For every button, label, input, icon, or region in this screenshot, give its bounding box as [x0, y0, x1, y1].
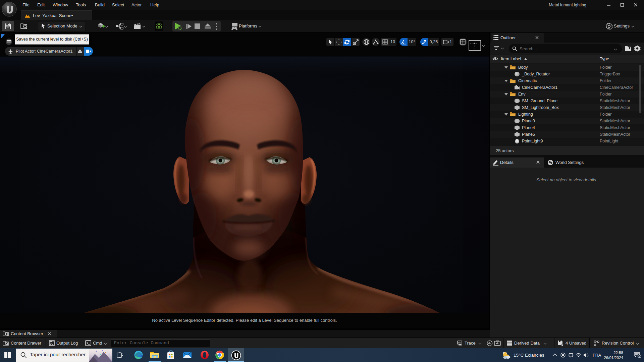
svg-text:5: 5: [639, 355, 640, 358]
